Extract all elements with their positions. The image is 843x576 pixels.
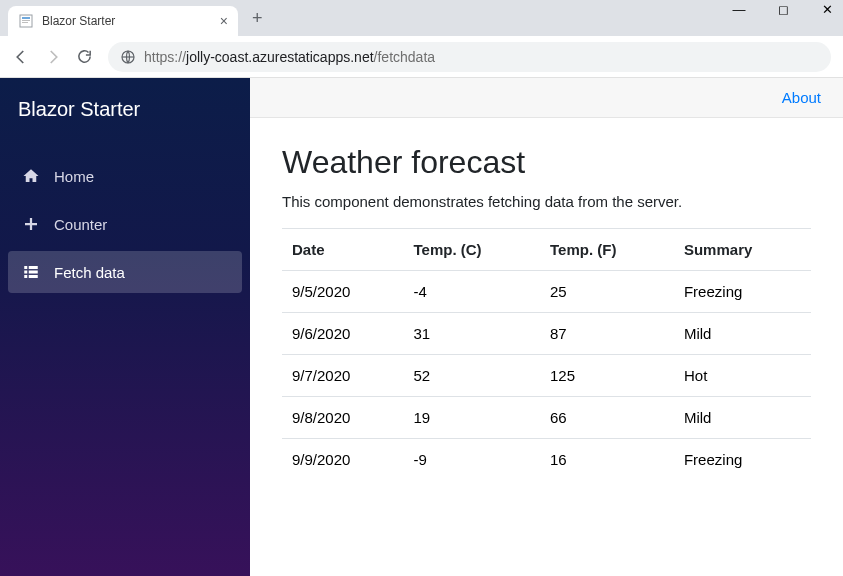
table-body: 9/5/2020-425Freezing9/6/20203187Mild9/7/…: [282, 271, 811, 481]
table-cell: -9: [404, 439, 541, 481]
table-cell: 9/5/2020: [282, 271, 404, 313]
nav-list: HomeCounterFetch data: [0, 145, 250, 303]
brand-title[interactable]: Blazor Starter: [0, 78, 250, 145]
plus-icon: [22, 215, 40, 233]
svg-rect-7: [24, 271, 27, 274]
table-cell: 16: [540, 439, 674, 481]
sidebar-item-home[interactable]: Home: [8, 155, 242, 197]
table-cell: Mild: [674, 397, 811, 439]
browser-toolbar: https://jolly-coast.azurestaticapps.net/…: [0, 36, 843, 78]
table-header-row: DateTemp. (C)Temp. (F)Summary: [282, 229, 811, 271]
close-icon[interactable]: ×: [220, 13, 228, 29]
table-cell: 25: [540, 271, 674, 313]
table-cell: 66: [540, 397, 674, 439]
minimize-icon[interactable]: —: [727, 2, 751, 17]
svg-rect-1: [22, 17, 30, 19]
url-display: https://jolly-coast.azurestaticapps.net/…: [144, 49, 435, 65]
reload-button[interactable]: [76, 48, 96, 65]
table-cell: 87: [540, 313, 674, 355]
svg-rect-8: [29, 271, 38, 274]
table-cell: 9/7/2020: [282, 355, 404, 397]
table-cell: 9/6/2020: [282, 313, 404, 355]
home-icon: [22, 167, 40, 185]
sidebar-item-label: Home: [54, 168, 94, 185]
svg-rect-10: [29, 275, 38, 278]
table-header-cell: Temp. (C): [404, 229, 541, 271]
tab-bar: Blazor Starter × + — ◻ ✕: [0, 0, 843, 36]
table-cell: 9/8/2020: [282, 397, 404, 439]
window-close-icon[interactable]: ✕: [815, 2, 839, 17]
table-row: 9/9/2020-916Freezing: [282, 439, 811, 481]
back-button[interactable]: [12, 48, 32, 66]
topbar: About: [250, 78, 843, 118]
table-row: 9/8/20201966Mild: [282, 397, 811, 439]
sidebar-item-fetch-data[interactable]: Fetch data: [8, 251, 242, 293]
sidebar: Blazor Starter HomeCounterFetch data: [0, 78, 250, 576]
sidebar-item-label: Counter: [54, 216, 107, 233]
page-title: Weather forecast: [282, 144, 811, 181]
svg-rect-3: [22, 22, 28, 23]
address-bar[interactable]: https://jolly-coast.azurestaticapps.net/…: [108, 42, 831, 72]
sidebar-item-counter[interactable]: Counter: [8, 203, 242, 245]
table-row: 9/6/20203187Mild: [282, 313, 811, 355]
sidebar-item-label: Fetch data: [54, 264, 125, 281]
table-row: 9/5/2020-425Freezing: [282, 271, 811, 313]
table-header-cell: Date: [282, 229, 404, 271]
table-header-cell: Summary: [674, 229, 811, 271]
browser-tab[interactable]: Blazor Starter ×: [8, 6, 238, 36]
table-cell: Hot: [674, 355, 811, 397]
table-header-cell: Temp. (F): [540, 229, 674, 271]
app-root: Blazor Starter HomeCounterFetch data Abo…: [0, 78, 843, 576]
table-cell: 52: [404, 355, 541, 397]
favicon-icon: [18, 13, 34, 29]
table-cell: 9/9/2020: [282, 439, 404, 481]
table-cell: Mild: [674, 313, 811, 355]
svg-rect-5: [24, 266, 27, 269]
svg-rect-2: [22, 20, 30, 21]
table-cell: 125: [540, 355, 674, 397]
table-cell: -4: [404, 271, 541, 313]
svg-rect-9: [24, 275, 27, 278]
table-cell: 31: [404, 313, 541, 355]
list-icon: [22, 263, 40, 281]
forward-button[interactable]: [44, 48, 64, 66]
table-row: 9/7/202052125Hot: [282, 355, 811, 397]
svg-rect-6: [29, 266, 38, 269]
globe-icon: [120, 49, 136, 65]
forecast-table: DateTemp. (C)Temp. (F)Summary 9/5/2020-4…: [282, 228, 811, 480]
window-controls: — ◻ ✕: [727, 2, 839, 17]
maximize-icon[interactable]: ◻: [771, 2, 795, 17]
about-link[interactable]: About: [782, 89, 821, 106]
page-lead: This component demonstrates fetching dat…: [282, 193, 811, 210]
content: Weather forecast This component demonstr…: [250, 118, 843, 506]
new-tab-button[interactable]: +: [246, 4, 269, 33]
tab-title: Blazor Starter: [42, 14, 115, 28]
table-cell: 19: [404, 397, 541, 439]
content-wrap: About Weather forecast This component de…: [250, 78, 843, 576]
table-cell: Freezing: [674, 439, 811, 481]
table-cell: Freezing: [674, 271, 811, 313]
browser-chrome: Blazor Starter × + — ◻ ✕ https://jolly-c…: [0, 0, 843, 78]
